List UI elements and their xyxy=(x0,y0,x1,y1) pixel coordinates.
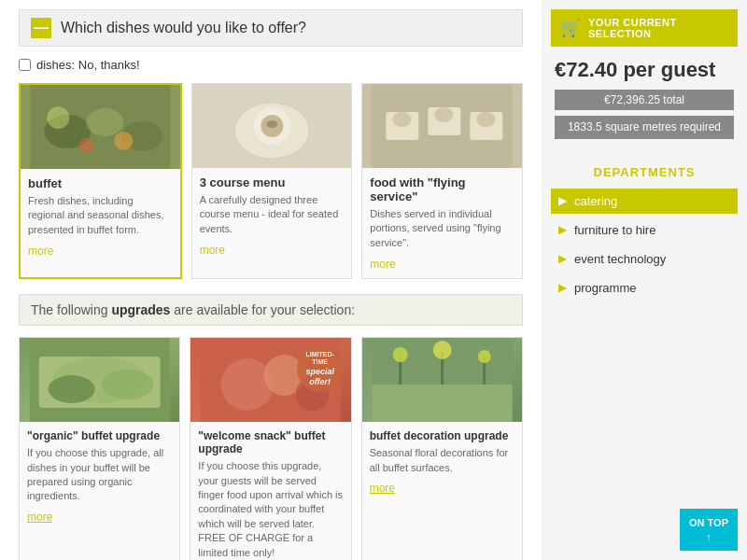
card-flying-body: food with "flying service" Dishes served… xyxy=(362,168,522,278)
card-buffet-more[interactable]: more xyxy=(28,245,173,258)
dept-label-catering: catering xyxy=(574,194,617,208)
card-flying-more[interactable]: more xyxy=(370,258,514,271)
upgrade-deco-title: buffet decoration upgrade xyxy=(370,429,514,442)
card-flying-title: food with "flying service" xyxy=(370,175,514,203)
upgrade-card-snack[interactable]: LIMITED-TIME special offer! "welcome sna… xyxy=(190,337,351,560)
svg-point-2 xyxy=(86,108,123,136)
main-cards-grid: buffet Fresh dishes, including regional … xyxy=(19,83,523,279)
badge-limited: LIMITED-TIME xyxy=(303,351,338,367)
upgrade-snack-desc: If you choose this upgrade, your guests … xyxy=(198,459,343,560)
svg-point-25 xyxy=(221,358,274,411)
svg-point-18 xyxy=(477,112,496,127)
card-img-flying xyxy=(362,84,522,168)
page-header: — Which dishes would you like to offer? xyxy=(19,9,523,47)
card-flying-desc: Dishes served in individual portions, se… xyxy=(370,207,514,250)
dept-arrow-catering: ▶ xyxy=(558,194,567,207)
card-3course[interactable]: 3 course menu A carefully designed three… xyxy=(191,83,353,279)
departments-list: ▶ catering ▶ furniture to hire ▶ event t… xyxy=(551,189,738,301)
dept-item-catering[interactable]: ▶ catering xyxy=(551,189,738,214)
dept-arrow-furniture: ▶ xyxy=(558,223,567,236)
on-top-label: ON TOP xyxy=(689,516,728,529)
upgrade-organic-body: "organic" buffet upgrade If you choose t… xyxy=(20,422,179,531)
dept-label-programme: programme xyxy=(574,281,636,295)
dishes-checkbox-row: dishes: No, thanks! xyxy=(19,58,523,72)
departments-title: DEPARTMENTS xyxy=(551,165,738,179)
card-buffet-body: buffet Fresh dishes, including regional … xyxy=(21,169,180,265)
dept-arrow-programme: ▶ xyxy=(558,281,567,294)
card-buffet-desc: Fresh dishes, including regional and sea… xyxy=(28,194,173,237)
on-top-button[interactable]: ON TOP ↑ xyxy=(680,509,738,551)
dept-label-event-tech: event technology xyxy=(574,252,666,266)
upgrade-img-deco xyxy=(362,338,522,422)
dishes-no-thanks-checkbox[interactable] xyxy=(19,59,31,71)
upgrade-organic-title: "organic" buffet upgrade xyxy=(27,429,172,442)
svg-point-5 xyxy=(114,132,133,150)
svg-point-23 xyxy=(102,370,154,399)
on-top-arrow: ↑ xyxy=(689,530,728,543)
card-3course-more[interactable]: more xyxy=(200,244,345,257)
sidebar: 🛒 YOUR CURRENT SELECTION €72.40 per gues… xyxy=(542,0,747,560)
dept-arrow-event-tech: ▶ xyxy=(558,252,567,265)
upgrades-bold: upgrades xyxy=(111,302,170,317)
upgrade-organic-more[interactable]: more xyxy=(27,511,52,524)
dept-label-furniture: furniture to hire xyxy=(574,223,655,237)
card-img-buffet xyxy=(21,85,180,169)
svg-point-22 xyxy=(49,375,95,403)
area-badge: 1833.5 square metres required xyxy=(555,116,734,139)
dishes-checkbox-label: dishes: No, thanks! xyxy=(36,58,140,72)
svg-point-35 xyxy=(477,350,490,363)
svg-point-14 xyxy=(393,112,412,127)
card-flying[interactable]: food with "flying service" Dishes served… xyxy=(361,83,523,279)
badge-special: special offer! xyxy=(303,367,338,387)
upgrade-card-deco[interactable]: buffet decoration upgrade Seasonal flora… xyxy=(361,337,523,560)
svg-point-33 xyxy=(392,347,407,362)
dept-item-furniture[interactable]: ▶ furniture to hire xyxy=(551,217,738,243)
card-img-3course xyxy=(192,84,352,168)
upgrade-img-organic xyxy=(20,338,179,422)
price-per-guest: €72.40 per guest xyxy=(555,58,734,82)
page-title: Which dishes would you like to offer? xyxy=(61,20,306,36)
upgrade-deco-body: buffet decoration upgrade Seasonal flora… xyxy=(362,422,522,502)
upgrade-deco-more[interactable]: more xyxy=(370,482,395,495)
header-icon: — xyxy=(31,18,51,38)
svg-point-4 xyxy=(47,106,69,129)
special-offer-badge: LIMITED-TIME special offer! xyxy=(297,345,344,392)
svg-point-6 xyxy=(78,138,93,153)
card-buffet[interactable]: buffet Fresh dishes, including regional … xyxy=(19,83,182,279)
upgrade-card-organic[interactable]: "organic" buffet upgrade If you choose t… xyxy=(19,337,180,560)
upgrade-deco-desc: Seasonal floral decorations for all buff… xyxy=(370,446,514,475)
card-3course-body: 3 course menu A carefully designed three… xyxy=(192,168,352,264)
cart-icon: 🛒 xyxy=(560,18,581,38)
total-badge: €72,396.25 total xyxy=(555,90,734,110)
svg-point-34 xyxy=(432,341,451,359)
dept-item-programme[interactable]: ▶ programme xyxy=(551,275,738,301)
card-buffet-title: buffet xyxy=(28,176,173,190)
svg-point-11 xyxy=(266,120,277,128)
upgrades-header: The following upgrades are available for… xyxy=(19,294,523,326)
upgrade-img-snack: LIMITED-TIME special offer! xyxy=(190,338,350,422)
upgrade-snack-title: "welcome snack" buffet upgrade xyxy=(198,429,343,455)
upgrade-snack-body: "welcome snack" buffet upgrade If you ch… xyxy=(190,422,350,560)
selection-title: YOUR CURRENT SELECTION xyxy=(588,17,728,39)
svg-point-16 xyxy=(435,107,454,122)
card-3course-desc: A carefully designed three course menu -… xyxy=(200,193,345,236)
svg-rect-29 xyxy=(372,385,512,422)
upgrade-organic-desc: If you choose this upgrade, all dishes i… xyxy=(27,446,172,504)
upgrade-cards-grid: "organic" buffet upgrade If you choose t… xyxy=(19,337,523,560)
current-selection-box: 🛒 YOUR CURRENT SELECTION xyxy=(551,9,738,47)
dept-item-event-tech[interactable]: ▶ event technology xyxy=(551,246,738,272)
card-3course-title: 3 course menu xyxy=(200,175,345,189)
